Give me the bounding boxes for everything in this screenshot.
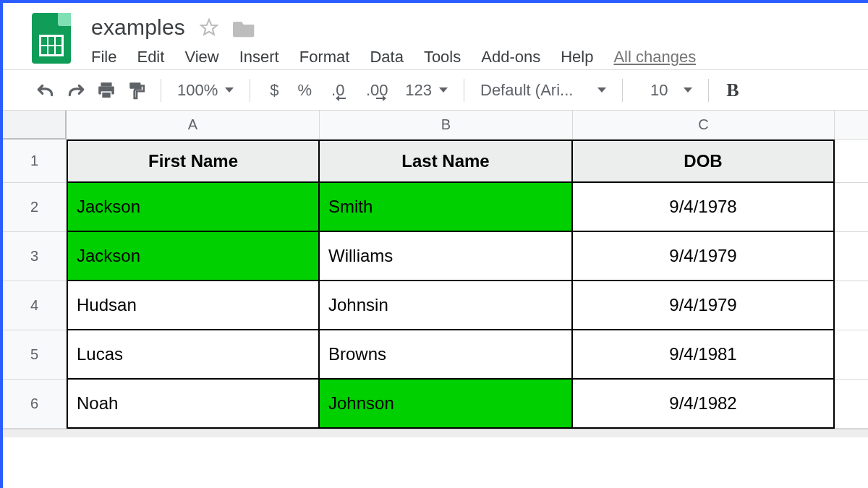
cell-C1[interactable]: DOB: [573, 140, 835, 183]
currency-label: $: [270, 81, 278, 100]
column-header-A[interactable]: A: [67, 111, 320, 140]
cell-B3[interactable]: Williams: [320, 232, 573, 281]
cell-B1[interactable]: Last Name: [320, 140, 573, 183]
menu-file[interactable]: File: [91, 48, 116, 67]
cell-B4[interactable]: Johnsin: [320, 281, 573, 330]
increase-decimals-button[interactable]: .00: [357, 77, 396, 104]
cell-C5[interactable]: 9/4/1981: [573, 330, 835, 380]
cell-A5[interactable]: Lucas: [67, 330, 320, 380]
cell-A1[interactable]: First Name: [67, 140, 320, 183]
menu-view[interactable]: View: [184, 48, 218, 67]
cell-B2[interactable]: Smith: [320, 183, 573, 232]
bold-button[interactable]: B: [719, 77, 746, 104]
zoom-value: 100%: [177, 81, 218, 100]
cell-D5[interactable]: [835, 330, 868, 380]
more-formats-label: 123: [405, 81, 432, 100]
cell-D1[interactable]: [835, 140, 868, 183]
caret-down-icon: [439, 87, 448, 93]
menu-tools[interactable]: Tools: [424, 48, 461, 67]
row-header-1[interactable]: 1: [3, 140, 67, 183]
cell-D6[interactable]: [835, 380, 868, 429]
cell-A4[interactable]: Hudsan: [67, 281, 320, 330]
bold-label: B: [726, 80, 739, 101]
cell-A3[interactable]: Jackson: [67, 232, 320, 281]
column-header-extra[interactable]: [835, 111, 868, 140]
spreadsheet-grid[interactable]: A B C 1 First Name Last Name DOB 2 Jacks…: [3, 110, 868, 437]
paint-format-button[interactable]: [123, 77, 150, 104]
format-percent-button[interactable]: %: [291, 77, 318, 104]
menu-insert[interactable]: Insert: [239, 48, 279, 67]
document-title[interactable]: examples: [91, 15, 185, 40]
column-header-C[interactable]: C: [573, 111, 835, 140]
font-family-dropdown[interactable]: Default (Ari...: [475, 81, 612, 100]
menu-edit[interactable]: Edit: [137, 48, 164, 67]
cell-A2[interactable]: Jackson: [67, 183, 320, 232]
menu-addons[interactable]: Add-ons: [481, 48, 540, 67]
save-status[interactable]: All changes: [613, 48, 696, 67]
row-header-4[interactable]: 4: [3, 281, 67, 330]
percent-label: %: [298, 81, 312, 100]
font-size-label: 10: [639, 81, 668, 100]
more-formats-dropdown[interactable]: 123: [399, 81, 454, 100]
title-row: examples: [91, 13, 696, 42]
redo-button[interactable]: [62, 77, 90, 104]
menu-data[interactable]: Data: [370, 48, 403, 67]
row-header-6[interactable]: 6: [3, 380, 67, 429]
caret-down-icon: [597, 87, 606, 93]
toolbar-separator: [622, 79, 623, 102]
menu-help[interactable]: Help: [561, 48, 593, 67]
print-button[interactable]: [93, 77, 120, 104]
cell-A6[interactable]: Noah: [67, 380, 320, 429]
title-area: examples File Edit View Insert Format Da…: [91, 13, 696, 67]
docs-header: examples File Edit View Insert Format Da…: [3, 3, 868, 69]
star-icon[interactable]: [200, 18, 218, 37]
folder-icon[interactable]: [233, 17, 256, 38]
font-size-dropdown[interactable]: 10: [633, 81, 698, 100]
zoom-dropdown[interactable]: 100%: [171, 81, 239, 100]
menubar: File Edit View Insert Format Data Tools …: [91, 48, 696, 67]
toolbar-separator: [161, 79, 161, 102]
svg-rect-3: [102, 92, 111, 98]
undo-button[interactable]: [32, 77, 59, 104]
bottom-strip: [3, 429, 868, 437]
menu-format[interactable]: Format: [299, 48, 350, 67]
cell-B6[interactable]: Johnson: [320, 380, 573, 429]
caret-down-icon: [225, 87, 234, 93]
row-header-3[interactable]: 3: [3, 232, 67, 281]
sheets-app-icon[interactable]: [32, 13, 71, 64]
toolbar-separator: [250, 79, 250, 102]
svg-marker-0: [201, 20, 217, 35]
caret-down-icon: [684, 87, 692, 93]
font-family-label: Default (Ari...: [480, 81, 573, 100]
cell-D3[interactable]: [835, 232, 868, 281]
column-header-B[interactable]: B: [320, 111, 573, 140]
select-all-corner[interactable]: [3, 111, 67, 140]
toolbar-separator: [464, 79, 464, 102]
row-header-2[interactable]: 2: [3, 183, 67, 232]
cell-D2[interactable]: [835, 183, 868, 232]
toolbar: 100% $ % .0 .00 123 Default (Ari... 10 B: [3, 69, 868, 110]
cell-D4[interactable]: [835, 281, 868, 330]
svg-rect-1: [101, 82, 111, 86]
cell-B5[interactable]: Browns: [320, 330, 573, 380]
decrease-decimals-button[interactable]: .0: [321, 77, 354, 104]
cell-C2[interactable]: 9/4/1978: [573, 183, 835, 232]
row-header-5[interactable]: 5: [3, 330, 67, 380]
format-currency-button[interactable]: $: [260, 77, 288, 104]
cell-C6[interactable]: 9/4/1982: [573, 380, 835, 429]
cell-C3[interactable]: 9/4/1979: [573, 232, 835, 281]
toolbar-separator: [708, 79, 709, 102]
cell-C4[interactable]: 9/4/1979: [573, 281, 835, 330]
